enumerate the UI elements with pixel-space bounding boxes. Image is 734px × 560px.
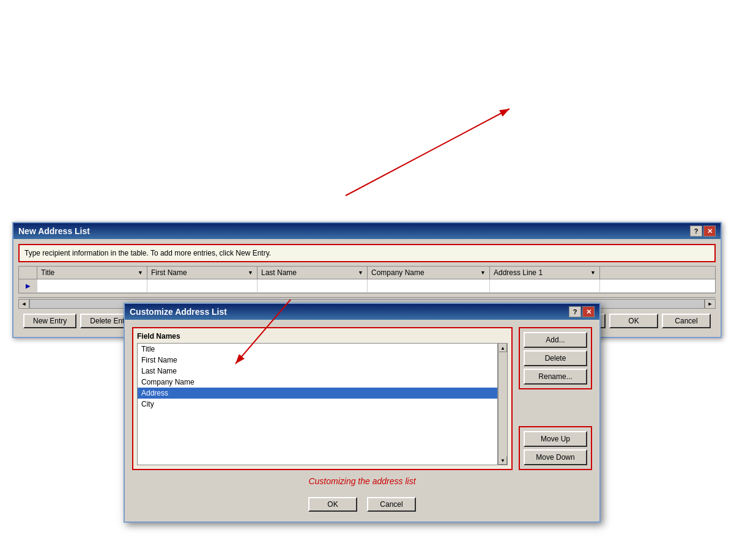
inner-cancel-button[interactable]: Cancel	[367, 497, 416, 512]
table-col-company[interactable]: Company Name ▼	[368, 267, 490, 279]
outer-titlebar: New Address List ? ✕	[13, 223, 721, 239]
field-item-city[interactable]: City	[138, 399, 497, 410]
outer-help-button[interactable]: ?	[690, 226, 702, 237]
inner-bottom-buttons: OK Cancel	[132, 492, 592, 514]
new-address-list-dialog: New Address List ? ✕ Type recipient info…	[12, 222, 722, 338]
scroll-right-button[interactable]: ►	[705, 299, 716, 309]
inner-content: Field Names Title First Name Last Name C…	[132, 327, 592, 470]
rename-button[interactable]: Rename...	[524, 369, 587, 385]
outer-title-text: New Address List	[18, 226, 90, 236]
new-entry-button[interactable]: New Entry	[23, 314, 76, 328]
table-col-lastname[interactable]: Last Name ▼	[258, 267, 368, 279]
table-row-addr1-cell[interactable]	[490, 279, 600, 292]
inner-close-button[interactable]: ✕	[582, 306, 595, 317]
lastname-dropdown-arrow: ▼	[358, 270, 363, 276]
field-names-section: Field Names Title First Name Last Name C…	[132, 327, 513, 470]
table-col-title[interactable]: Title ▼	[37, 267, 147, 279]
inner-ok-button[interactable]: OK	[308, 497, 357, 512]
table-row: ▶	[19, 279, 715, 293]
caption-text: Customizing the address list	[132, 470, 592, 492]
outer-ok-button[interactable]: OK	[609, 314, 658, 328]
table-row-title-cell[interactable]	[37, 279, 147, 292]
inner-help-button[interactable]: ?	[569, 306, 581, 317]
move-down-button[interactable]: Move Down	[524, 449, 587, 465]
table-col-addr1[interactable]: Address Line 1 ▼	[490, 267, 600, 279]
edit-buttons-group: Add... Delete Rename...	[519, 327, 592, 389]
company-dropdown-arrow: ▼	[480, 270, 486, 276]
outer-cancel-button[interactable]: Cancel	[662, 314, 711, 328]
field-list-container: Title First Name Last Name Company Name …	[137, 343, 508, 465]
list-scrollbar: ▲ ▼	[498, 343, 508, 465]
field-names-label: Field Names	[137, 332, 508, 341]
scroll-left-button[interactable]: ◄	[18, 299, 29, 309]
svg-line-2	[346, 109, 510, 196]
table-col-company-label: Company Name	[371, 268, 424, 277]
table-header-row: Title ▼ First Name ▼ Last Name ▼ Company…	[19, 267, 715, 279]
spacer	[519, 393, 592, 422]
firstname-dropdown-arrow: ▼	[248, 270, 253, 276]
table-col-lastname-label: Last Name	[261, 268, 297, 277]
list-scroll-down-btn[interactable]: ▼	[499, 456, 507, 465]
info-bar: Type recipient information in the table.…	[18, 244, 716, 262]
list-scroll-up-btn[interactable]: ▲	[499, 344, 507, 352]
title-dropdown-arrow: ▼	[138, 270, 143, 276]
outer-left-buttons: New Entry Delete Entry	[23, 314, 140, 328]
add-button[interactable]: Add...	[524, 332, 587, 348]
table-col-title-label: Title	[41, 268, 54, 277]
list-scroll-thumb	[499, 352, 507, 456]
field-item-address[interactable]: Address	[138, 388, 497, 399]
inner-dialog-title: Customize Address List	[130, 307, 227, 317]
field-item-title[interactable]: Title	[138, 344, 497, 355]
field-item-companyname[interactable]: Company Name	[138, 377, 497, 388]
table-row-firstname-cell[interactable]	[147, 279, 258, 292]
delete-button[interactable]: Delete	[524, 350, 587, 366]
field-list[interactable]: Title First Name Last Name Company Name …	[137, 343, 498, 465]
table-col-firstname-label: First Name	[151, 268, 187, 277]
field-item-lastname[interactable]: Last Name	[138, 366, 497, 377]
table-col-firstname[interactable]: First Name ▼	[147, 267, 258, 279]
table-col-addr1-label: Address Line 1	[494, 268, 543, 277]
addr1-dropdown-arrow: ▼	[590, 270, 596, 276]
table-row-indicator: ▶	[19, 279, 37, 292]
address-table: Title ▼ First Name ▼ Last Name ▼ Company…	[18, 266, 716, 293]
right-buttons-area: Add... Delete Rename... Move Up Move Dow…	[519, 327, 592, 470]
table-col-rownum[interactable]	[19, 267, 37, 279]
inner-dialog-body: Field Names Title First Name Last Name C…	[125, 320, 599, 521]
outer-dialog-title: New Address List	[18, 226, 90, 236]
table-row-lastname-cell[interactable]	[258, 279, 368, 292]
move-buttons-group: Move Up Move Down	[519, 426, 592, 470]
inner-titlebar-controls: ? ✕	[569, 306, 595, 317]
field-item-firstname[interactable]: First Name	[138, 355, 497, 366]
info-text: Type recipient information in the table.…	[24, 249, 271, 257]
table-row-company-cell[interactable]	[368, 279, 490, 292]
inner-titlebar: Customize Address List ? ✕	[125, 304, 599, 320]
outer-titlebar-controls: ? ✕	[690, 226, 716, 237]
move-up-button[interactable]: Move Up	[524, 431, 587, 447]
customize-address-list-dialog: Customize Address List ? ✕ Field Names T…	[124, 303, 601, 523]
outer-close-button[interactable]: ✕	[703, 226, 716, 237]
